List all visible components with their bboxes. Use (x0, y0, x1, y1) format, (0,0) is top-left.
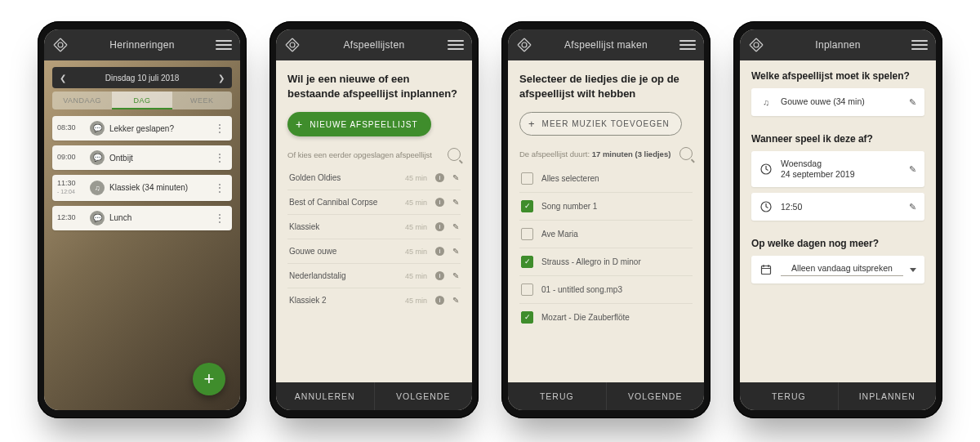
playlist-row[interactable]: Best of Cannibal Corpse45 mini✎ (287, 190, 461, 214)
question-text: Selecteer de liedjes die je op de afspee… (519, 72, 693, 100)
song-row[interactable]: Alles selecteren (519, 165, 693, 192)
footer-bar: ANNULEREN VOLGENDE (276, 382, 472, 410)
edit-icon[interactable]: ✎ (909, 202, 916, 212)
add-music-button[interactable]: +MEER MUZIEK TOEVOEGEN (519, 112, 682, 136)
song-row[interactable]: Mozart - Die Zauberflöte (519, 303, 693, 331)
info-icon[interactable]: i (435, 222, 444, 231)
next-button[interactable]: VOLGENDE (374, 382, 473, 410)
next-day-button[interactable]: ❯ (216, 74, 227, 83)
playlist-row[interactable]: Gouwe ouwe45 mini✎ (287, 239, 461, 263)
song-row[interactable]: 01 - untitled song.mp3 (519, 275, 693, 303)
playlist-row[interactable]: Golden Oldies45 mini✎ (287, 166, 461, 190)
search-icon[interactable] (679, 147, 693, 160)
phone-playlists: Afspeellijsten Wil je een nieuwe of een … (270, 21, 479, 418)
header: Afspeellijst maken (508, 29, 704, 60)
reminder-card[interactable]: 12:30 💬 Lunch ⋮ (52, 206, 232, 230)
info-icon[interactable]: i (435, 198, 444, 207)
reminder-label: Klassiek (34 minuten) (109, 183, 212, 192)
footer-bar: TERUG VOLGENDE (508, 382, 704, 410)
tab-today[interactable]: VANDAAG (52, 92, 112, 109)
section-heading: Welke afspeellijst moet ik spelen? (751, 70, 924, 82)
menu-icon[interactable] (911, 40, 928, 50)
reminder-card[interactable]: 09:00 💬 Ontbijt ⋮ (52, 145, 232, 170)
svg-rect-6 (762, 266, 771, 275)
more-icon[interactable]: ⋮ (212, 185, 227, 190)
edit-icon[interactable]: ✎ (452, 222, 459, 231)
info-icon[interactable]: i (435, 247, 444, 256)
menu-icon[interactable] (448, 40, 464, 50)
playlist-row[interactable]: Klassiek 245 mini✎ (287, 288, 461, 312)
section-heading: Wanneer speel ik deze af? (751, 133, 924, 145)
edit-icon[interactable]: ✎ (452, 271, 459, 280)
reminder-list: 08:30 💬 Lekker geslapen? ⋮ 09:00 💬 Ontbi… (52, 116, 232, 230)
add-button[interactable]: + (193, 363, 225, 395)
edit-icon[interactable]: ✎ (452, 198, 459, 207)
menu-icon[interactable] (216, 40, 232, 50)
song-row[interactable]: Song number 1 (519, 192, 693, 220)
content-area: ❮ Dinsdag 10 juli 2018 ❯ VANDAAG DAG WEE… (44, 60, 240, 410)
schedule-button[interactable]: INPLANNEN (838, 382, 937, 410)
reminder-time: 09:00 (57, 154, 85, 162)
app-logo-icon (284, 37, 301, 53)
song-row[interactable]: Strauss - Allegro in D minor (519, 248, 693, 275)
edit-icon[interactable]: ✎ (452, 296, 459, 305)
dropdown-icon[interactable] (910, 268, 916, 272)
chat-icon: 💬 (90, 211, 105, 225)
edit-icon[interactable]: ✎ (909, 164, 916, 174)
checkbox[interactable] (521, 256, 533, 268)
chat-icon: 💬 (90, 150, 105, 165)
subtitle-text: Of kies een eerder opgeslagen afspeellij… (287, 150, 432, 159)
back-button[interactable]: TERUG (740, 382, 838, 410)
playlist-card[interactable]: ♫ Gouwe ouwe (34 min) ✎ (751, 88, 924, 116)
checkbox[interactable] (521, 228, 533, 240)
app-logo-icon (52, 37, 69, 53)
repeat-select[interactable]: Alleen vandaag uitspreken (781, 263, 903, 276)
app-logo-icon (748, 37, 764, 53)
tab-day[interactable]: DAG (112, 92, 172, 109)
playlist-name: Gouwe ouwe (34 min) (781, 96, 901, 107)
date-card[interactable]: Woensdag24 september 2019 ✎ (751, 151, 924, 187)
reminder-label: Lunch (109, 213, 212, 222)
playlist-row[interactable]: Klassiek45 mini✎ (287, 214, 461, 239)
edit-icon[interactable]: ✎ (909, 97, 916, 107)
more-icon[interactable]: ⋮ (212, 126, 227, 131)
song-rows: Alles selecteren Song number 1 Ave Maria… (519, 165, 693, 331)
reminder-card[interactable]: 11:30- 12:04 ♫ Klassiek (34 minuten) ⋮ (52, 175, 232, 201)
song-row[interactable]: Ave Maria (519, 220, 693, 248)
info-icon[interactable]: i (435, 271, 444, 280)
new-playlist-button[interactable]: +NIEUWE AFSPEELLIJST (287, 112, 431, 136)
back-button[interactable]: TERUG (508, 382, 606, 410)
date-picker-bar: ❮ Dinsdag 10 juli 2018 ❯ (52, 67, 232, 88)
next-button[interactable]: VOLGENDE (606, 382, 705, 410)
checkbox[interactable] (521, 172, 533, 185)
reminder-card[interactable]: 08:30 💬 Lekker geslapen? ⋮ (52, 116, 232, 141)
repeat-card[interactable]: Alleen vandaag uitspreken (751, 256, 924, 284)
checkbox[interactable] (521, 311, 533, 324)
cancel-button[interactable]: ANNULEREN (276, 382, 374, 410)
app-logo-icon (516, 37, 532, 53)
chat-icon: 💬 (90, 121, 105, 136)
subtitle-row: Of kies een eerder opgeslagen afspeellij… (287, 148, 461, 161)
info-icon[interactable]: i (435, 296, 444, 305)
time-card[interactable]: 12:50 ✎ (751, 193, 924, 221)
reminder-time: 11:30- 12:04 (57, 180, 85, 196)
menu-icon[interactable] (679, 40, 696, 50)
more-icon[interactable]: ⋮ (212, 216, 227, 221)
more-icon[interactable]: ⋮ (212, 155, 227, 160)
clock-icon (760, 200, 773, 213)
info-icon[interactable]: i (435, 173, 444, 182)
clock-icon (760, 163, 773, 176)
checkbox[interactable] (521, 200, 533, 212)
time-text: 12:50 (781, 202, 901, 212)
playlist-row[interactable]: Nederlandstalig45 mini✎ (287, 263, 461, 288)
checkbox[interactable] (521, 284, 533, 296)
search-icon[interactable] (448, 148, 461, 161)
tab-week[interactable]: WEEK (172, 92, 232, 109)
content-area: Wil je een nieuwe of een bestaande afspe… (276, 60, 472, 382)
svg-point-1 (290, 42, 295, 47)
view-tabs: VANDAAG DAG WEEK (52, 92, 232, 109)
edit-icon[interactable]: ✎ (452, 247, 459, 256)
edit-icon[interactable]: ✎ (452, 173, 459, 182)
prev-day-button[interactable]: ❮ (57, 74, 69, 83)
reminder-time: 08:30 (57, 124, 85, 132)
